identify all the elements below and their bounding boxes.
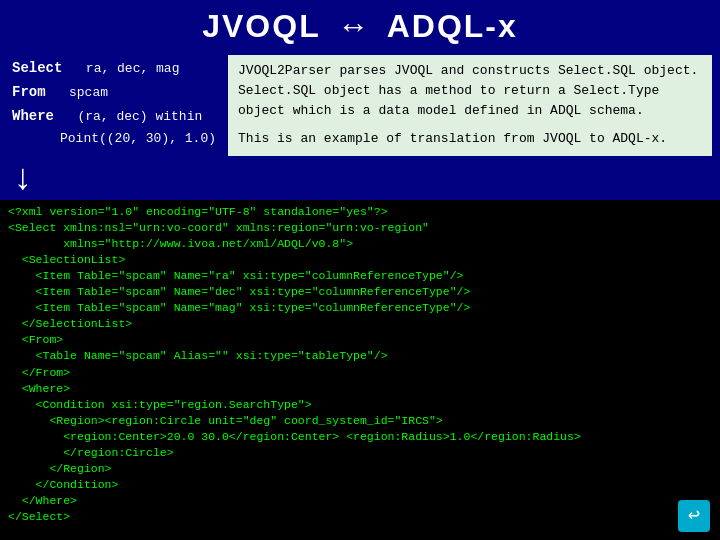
from-value: spcam	[69, 85, 108, 100]
xml-line: <SelectionList>	[8, 252, 712, 268]
page-title: JVOQL ↔ ADQL-x	[202, 8, 518, 44]
where-value: (ra, dec) within	[77, 109, 202, 124]
title-arrow: ↔	[337, 8, 371, 44]
return-icon: ↩	[678, 500, 710, 532]
select-value: ra, dec, mag	[86, 61, 180, 76]
arrow-section: ↓	[0, 160, 720, 200]
xml-line: </Condition>	[8, 477, 712, 493]
description-text: JVOQL2Parser parses JVOQL and constructs…	[238, 61, 702, 121]
right-panel: JVOQL2Parser parses JVOQL and constructs…	[228, 55, 712, 156]
xml-line: <?xml version="1.0" encoding="UTF-8" sta…	[8, 204, 712, 220]
xml-line: <Item Table="spcam" Name="dec" xsi:type=…	[8, 284, 712, 300]
xml-line: <From>	[8, 332, 712, 348]
xml-line: xmlns="http://www.ivoa.net/xml/ADQL/v0.8…	[8, 236, 712, 252]
xml-line: </Region>	[8, 461, 712, 477]
left-panel: Select ra, dec, mag From spcam Where (ra…	[8, 55, 220, 156]
where-keyword: Where	[12, 108, 54, 124]
xml-line: </region:Circle>	[8, 445, 712, 461]
select-keyword: Select	[12, 60, 62, 76]
xml-line: <region:Center>20.0 30.0</region:Center>…	[8, 429, 712, 445]
main-page: JVOQL ↔ ADQL-x Select ra, dec, mag From …	[0, 0, 720, 540]
where-value2: Point((20, 30), 1.0)	[60, 131, 216, 146]
xml-code-section: <?xml version="1.0" encoding="UTF-8" sta…	[0, 200, 720, 540]
top-section: Select ra, dec, mag From spcam Where (ra…	[0, 51, 720, 160]
xml-line: <Where>	[8, 381, 712, 397]
xml-line: </SelectionList>	[8, 316, 712, 332]
xml-line: <Table Name="spcam" Alias="" xsi:type="t…	[8, 348, 712, 364]
xml-line: </Select>	[8, 509, 712, 525]
title-jvoql: JVOQL	[202, 8, 320, 44]
xml-line: <Region><region:Circle unit="deg" coord_…	[8, 413, 712, 429]
xml-line: <Select xmlns:nsl="urn:vo-coord" xmlns:r…	[8, 220, 712, 236]
down-arrow-icon: ↓	[12, 162, 34, 198]
where-row: Where (ra, dec) within	[12, 105, 216, 129]
from-keyword: From	[12, 84, 46, 100]
xml-line: <Item Table="spcam" Name="ra" xsi:type="…	[8, 268, 712, 284]
xml-line: </Where>	[8, 493, 712, 509]
xml-line: </From>	[8, 365, 712, 381]
from-row: From spcam	[12, 81, 216, 105]
where-row2: Point((20, 30), 1.0)	[12, 128, 216, 150]
xml-line: <Condition xsi:type="region.SearchType">	[8, 397, 712, 413]
xml-line: <Item Table="spcam" Name="mag" xsi:type=…	[8, 300, 712, 316]
title-bar: JVOQL ↔ ADQL-x	[0, 0, 720, 51]
example-text: This is an example of translation from J…	[238, 129, 702, 149]
select-row: Select ra, dec, mag	[12, 57, 216, 81]
title-adql: ADQL-x	[387, 8, 518, 44]
